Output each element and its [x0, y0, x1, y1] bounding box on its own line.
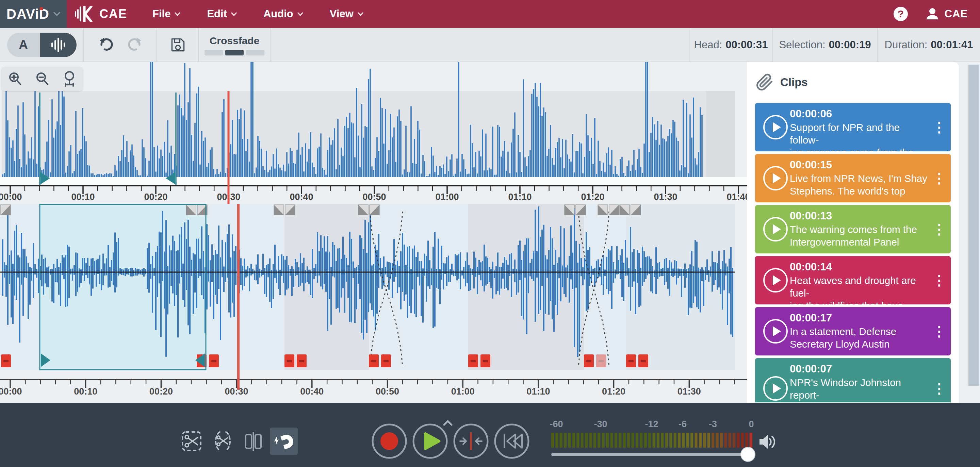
- clip-menu-button[interactable]: ⋮: [932, 382, 946, 395]
- edit-marker[interactable]: [285, 354, 294, 367]
- clip-play-button[interactable]: [763, 166, 788, 191]
- overview-ruler-label: 01:40: [727, 192, 747, 202]
- overview-ruler-label: 01:30: [654, 192, 677, 202]
- meter-scale-label: -12: [645, 419, 658, 429]
- zoom-toolbar: [2, 67, 83, 91]
- waveform-canvas[interactable]: 00:0000:1000:2000:3000:4000:5001:0001:10…: [0, 62, 747, 403]
- selection-label: Selection:: [779, 39, 825, 51]
- brand-waveform-icon: [75, 6, 92, 22]
- crossfade-seg-mid[interactable]: [225, 50, 243, 56]
- clip-play-button[interactable]: [763, 319, 788, 343]
- clip-play-button[interactable]: [763, 115, 788, 140]
- clip-menu-button[interactable]: ⋮: [932, 273, 946, 287]
- menu-audio[interactable]: Audio: [263, 8, 303, 20]
- overview-ruler-label: 00:10: [71, 192, 95, 202]
- meter-segment: [733, 433, 735, 448]
- app-window: DAViD CAE File Edit Audio: [0, 0, 980, 467]
- clip-duration: 00:00:07: [790, 363, 930, 375]
- rewind-start-button[interactable]: [495, 424, 528, 458]
- clip-menu-button[interactable]: ⋮: [932, 121, 946, 134]
- edit-marker[interactable]: [209, 354, 219, 367]
- undo-button[interactable]: [99, 37, 115, 52]
- main-menus: File Edit Audio View: [153, 8, 363, 20]
- meter-scale-label: -30: [594, 419, 607, 429]
- edit-marker[interactable]: [480, 354, 490, 367]
- meter-segment: [611, 433, 613, 448]
- clip-menu-button[interactable]: ⋮: [932, 222, 946, 236]
- overview-playhead[interactable]: [228, 91, 230, 204]
- edit-marker[interactable]: [626, 354, 636, 367]
- cut-selection-button[interactable]: [182, 432, 201, 450]
- play-icon: [773, 224, 781, 234]
- record-button[interactable]: [372, 424, 406, 458]
- meter-scale-label: -3: [709, 419, 717, 429]
- help-icon[interactable]: ?: [894, 7, 908, 21]
- main-playhead[interactable]: [237, 204, 240, 390]
- selection-readout: Selection: 00:00:19: [772, 28, 877, 62]
- clip-menu-button[interactable]: ⋮: [932, 324, 946, 338]
- clips-list: 00:00:06 Support for NPR and the follow-…: [747, 103, 959, 402]
- clip-card-4[interactable]: 00:00:14 Heat waves and drought are fuel…: [755, 256, 951, 304]
- clip-play-button[interactable]: [763, 268, 788, 292]
- clips-title: Clips: [780, 76, 808, 89]
- zoom-fit-button[interactable]: [62, 71, 76, 87]
- edit-marker[interactable]: [596, 354, 606, 367]
- edit-marker[interactable]: [468, 354, 478, 367]
- split-clip-button[interactable]: [246, 432, 261, 451]
- clip-card-1[interactable]: 00:00:06 Support for NPR and the follow-…: [755, 103, 951, 151]
- clip-card-2[interactable]: 00:00:15 Live from NPR News, I'm Shay St…: [755, 154, 951, 202]
- meter-segment: [602, 433, 605, 448]
- waveform-mode-button[interactable]: [40, 33, 76, 57]
- clip-region[interactable]: [369, 204, 468, 370]
- clip-play-button[interactable]: [763, 376, 788, 401]
- edit-marker[interactable]: [381, 354, 391, 367]
- app-logo-menu[interactable]: DAViD: [0, 0, 67, 28]
- clip-menu-button[interactable]: ⋮: [932, 172, 946, 185]
- waveform-editor: 00:0000:1000:2000:3000:4000:5001:0001:10…: [0, 62, 980, 403]
- clip-card-6[interactable]: 00:00:07 NPR's Windsor Johnston report- …: [755, 358, 951, 402]
- play-icon: [425, 434, 439, 449]
- clips-scrollbar-thumb[interactable]: [969, 65, 979, 386]
- meter-segment: [749, 433, 752, 448]
- overview-tail-region: [706, 91, 735, 177]
- meter-segment: [665, 433, 668, 448]
- clip-card-5[interactable]: 00:00:17 In a statement, Defense Secreta…: [755, 307, 951, 356]
- zoom-out-button[interactable]: [35, 72, 49, 86]
- trim-selection-button[interactable]: [216, 432, 230, 450]
- meter-segment: [598, 433, 600, 448]
- overview-marker-strip: [0, 177, 747, 185]
- overview-ruler-label: 01:20: [581, 192, 605, 202]
- crossfade-slider[interactable]: [205, 50, 264, 56]
- overview-ruler-label: 01:00: [435, 192, 459, 202]
- text-mode-button[interactable]: A: [7, 33, 40, 57]
- play-icon: [773, 383, 781, 394]
- clips-scrollbar: [959, 62, 980, 403]
- snap-magnet-button[interactable]: [270, 427, 298, 455]
- clip-play-button[interactable]: [763, 217, 788, 241]
- crossfade-seg-high[interactable]: [246, 50, 264, 56]
- play-button[interactable]: [414, 421, 452, 458]
- menu-file[interactable]: File: [153, 8, 180, 20]
- play-options-caret[interactable]: [444, 421, 452, 425]
- edit-marker[interactable]: [584, 354, 594, 367]
- save-button[interactable]: [170, 37, 185, 52]
- zoom-in-button[interactable]: [8, 72, 22, 86]
- volume-slider-knob[interactable]: [741, 447, 755, 462]
- edit-marker[interactable]: [297, 354, 307, 367]
- user-menu[interactable]: CAE: [926, 7, 968, 21]
- fade-handle-pair[interactable]: [0, 205, 11, 215]
- clip-region[interactable]: [584, 204, 626, 370]
- crossfade-seg-low[interactable]: [205, 50, 223, 56]
- clip-card-3[interactable]: 00:00:13 The warning comes from the Inte…: [755, 205, 951, 253]
- edit-marker[interactable]: [638, 354, 648, 367]
- play-icon: [773, 173, 781, 183]
- menu-view[interactable]: View: [330, 8, 363, 20]
- redo-button[interactable]: [127, 37, 142, 52]
- goto-playhead-button[interactable]: [454, 424, 488, 458]
- meter-segment: [614, 433, 617, 448]
- mute-button[interactable]: [759, 435, 775, 449]
- edit-marker[interactable]: [1, 354, 11, 367]
- menu-edit[interactable]: Edit: [207, 8, 237, 20]
- volume-slider[interactable]: [551, 447, 755, 462]
- edit-marker[interactable]: [369, 354, 379, 367]
